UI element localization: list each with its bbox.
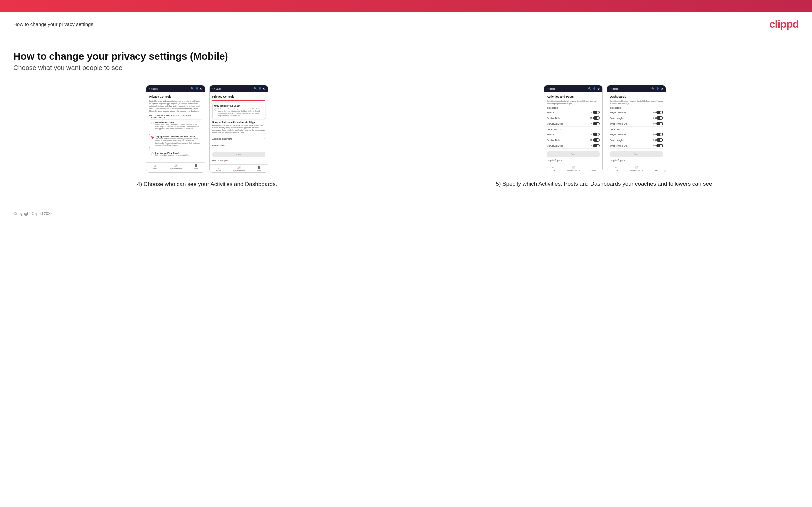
popup-box: Only You and Your Coach Only you and the… — [212, 103, 265, 119]
popup-title: Only You and Your Coach — [214, 105, 263, 107]
dashboards-row[interactable]: Dashboards › — [212, 143, 265, 149]
search-icon[interactable]: 🔍 — [191, 87, 194, 90]
search-icon-3[interactable]: 🔍 — [588, 87, 592, 90]
coaches-rounds-toggle[interactable] — [593, 111, 600, 114]
performance-icon-1: 📈 — [174, 164, 178, 167]
tab-performance-label-2: My Performance — [233, 170, 245, 172]
mockup-4-back[interactable]: ‹ < Back — [610, 88, 618, 90]
followers-what-to-work-row: What To Work On ON — [610, 143, 663, 149]
mockup-1-body-text: Control how you and your data appears to… — [149, 100, 202, 112]
profile-icon-2[interactable]: 👤 — [258, 87, 262, 90]
tab-menu-1[interactable]: ☰ Menu — [194, 164, 198, 170]
followers-label-3: FOLLOWERS — [547, 129, 600, 131]
followers-player-dashboard-row: Player Dashboard ON — [610, 132, 663, 137]
mockup-1-tabbar: ⌂ Home 📈 My Performance ☰ Menu — [146, 162, 205, 170]
mockup-2-tab: Privacy Controls — [212, 95, 265, 98]
coaches-what-to-work-row: What To Work On ON — [610, 121, 663, 127]
mockup-2-tabbar: ⌂ Home 📈 My Performance ☰ Menu — [210, 164, 268, 172]
screenshots-pair-1: ‹ < Back 🔍 👤 ⚙ Privacy Controls Control … — [13, 85, 401, 173]
option-approved[interactable]: Only Approved Followers and Your Coach O… — [149, 134, 202, 148]
option-only-you[interactable]: Only You and Your Coach Only you and the… — [149, 150, 202, 158]
coaches-what-to-work-toggle[interactable] — [656, 122, 663, 125]
screenshots-row: ‹ < Back 🔍 👤 ⚙ Privacy Controls Control … — [13, 85, 799, 188]
tab-home-2[interactable]: ⌂ Home — [216, 166, 220, 172]
tab-performance-1[interactable]: 📈 My Performance — [170, 164, 182, 170]
mockup-4-body-text: Select the dashboards that you'd like to… — [610, 100, 663, 105]
search-icon-4[interactable]: 🔍 — [651, 87, 655, 90]
followers-what-to-work-toggle[interactable] — [656, 144, 663, 147]
coaches-what-to-work-label: What To Work On — [610, 123, 627, 125]
tab-performance-4[interactable]: 📈 My Performance — [630, 166, 643, 171]
mockup-2-header: ‹ < Back 🔍 👤 ⚙ — [210, 85, 268, 92]
coaches-player-dashboard-toggle[interactable] — [656, 111, 663, 114]
tab-home-label-3: Home — [551, 169, 555, 171]
profile-icon[interactable]: 👤 — [195, 87, 199, 90]
search-icon-2[interactable]: 🔍 — [254, 87, 257, 90]
home-icon-4: ⌂ — [615, 166, 617, 169]
tab-home-label-1: Home — [153, 168, 157, 170]
menu-icon-1: ☰ — [195, 164, 197, 167]
option-everyone[interactable]: Everyone on Clippd Everyone on Clippd ca… — [149, 119, 202, 132]
mockup-4: ‹ < Back 🔍 👤 ⚙ Dashboards Select the das… — [607, 85, 666, 172]
followers-manual-row: Manual Activities ON — [547, 143, 600, 149]
caption-5: 5) Specify which Activities, Posts and D… — [496, 180, 714, 188]
radio-only-you[interactable] — [151, 152, 154, 155]
breadcrumb: How to change your privacy settings — [13, 21, 93, 27]
mockup-4-body: Dashboards Select the dashboards that yo… — [607, 92, 666, 164]
mockup-2-back[interactable]: ‹ < Back — [212, 88, 221, 90]
coaches-manual-toggle[interactable] — [593, 122, 600, 125]
mockup-2-icons: 🔍 👤 ⚙ — [254, 87, 265, 90]
save-btn-3[interactable]: Save — [547, 151, 600, 157]
save-btn-2[interactable]: Save — [212, 152, 265, 157]
followers-player-dashboard-label: Player Dashboard — [610, 133, 627, 136]
home-icon-3: ⌂ — [552, 166, 554, 169]
tab-home-3[interactable]: ⌂ Home — [551, 166, 555, 171]
mockup-1-header: ‹ < Back 🔍 👤 ⚙ — [146, 85, 205, 92]
settings-icon-2[interactable]: ⚙ — [263, 87, 265, 90]
radio-approved[interactable] — [151, 136, 154, 139]
save-btn-4[interactable]: Save — [610, 151, 663, 157]
tab-menu-2[interactable]: ☰ Menu — [257, 166, 261, 172]
tab-home-4[interactable]: ⌂ Home — [614, 166, 618, 171]
tab-performance-label-3: My Performance — [567, 169, 579, 171]
coaches-manual-label: Manual Activities — [547, 123, 563, 125]
settings-icon-3[interactable]: ⚙ — [598, 87, 600, 90]
popup-radio — [214, 108, 217, 111]
tab-home-label-4: Home — [614, 169, 618, 171]
tab-menu-4[interactable]: ☰ Menu — [655, 166, 659, 171]
activities-posts-row[interactable]: Activities and Posts › — [212, 136, 265, 143]
coaches-drills-toggle[interactable] — [593, 116, 600, 120]
mockup-1-back[interactable]: ‹ < Back — [149, 88, 158, 90]
activities-posts-label: Activities and Posts — [212, 138, 233, 140]
radio-everyone[interactable] — [151, 122, 154, 124]
coaches-round-insights-toggle[interactable] — [656, 116, 663, 120]
followers-manual-toggle[interactable] — [593, 144, 600, 147]
followers-player-dashboard-toggle[interactable] — [656, 133, 663, 136]
top-bar — [0, 0, 812, 12]
followers-round-insights-toggle[interactable] — [656, 138, 663, 142]
followers-rounds-toggle[interactable] — [593, 133, 600, 136]
footer-copyright: Copyright Clippd 2022 — [13, 211, 53, 216]
profile-icon-3[interactable]: 👤 — [593, 87, 596, 90]
tab-performance-3[interactable]: 📈 My Performance — [567, 166, 579, 171]
settings-icon-4[interactable]: ⚙ — [661, 87, 663, 90]
mockup-3-body: Activities and Posts Select the types of… — [544, 92, 602, 164]
mockup-3-back[interactable]: ‹ < Back — [547, 88, 555, 90]
menu-icon-2: ☰ — [258, 166, 260, 169]
followers-drills-toggle[interactable] — [593, 138, 600, 142]
tab-home-label-2: Home — [216, 170, 220, 172]
tab-menu-3[interactable]: ☰ Menu — [592, 166, 596, 171]
mockup-3-icons: 🔍 👤 ⚙ — [588, 87, 600, 90]
main-content: How to change your privacy settings (Mob… — [0, 34, 812, 202]
profile-icon-4[interactable]: 👤 — [656, 87, 659, 90]
settings-icon[interactable]: ⚙ — [200, 87, 202, 90]
mockup-4-icons: 🔍 👤 ⚙ — [651, 87, 663, 90]
tab-home-1[interactable]: ⌂ Home — [153, 164, 157, 170]
tab-menu-label-3: Menu — [592, 169, 596, 171]
mockup-1-icons: 🔍 👤 ⚙ — [191, 87, 202, 90]
tab-performance-2[interactable]: 📈 My Performance — [233, 166, 245, 172]
option-everyone-desc: Everyone on Clippd can search for you an… — [155, 123, 200, 130]
popup-text: Only you and the coaches you connect wit… — [218, 108, 263, 117]
mockup-4-section-title: Dashboards — [610, 95, 663, 98]
help-support-label-3: Help & Support — [547, 159, 600, 161]
